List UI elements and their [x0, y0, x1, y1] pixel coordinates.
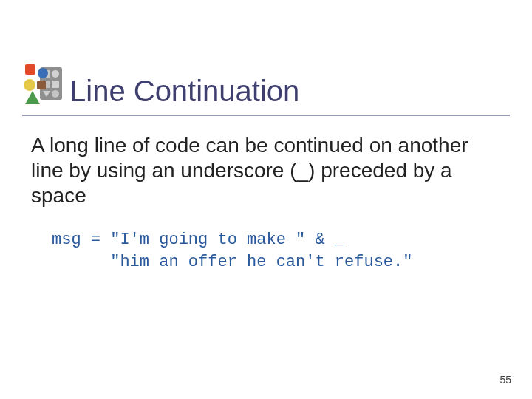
slide-logo-icon	[22, 63, 64, 109]
svg-rect-4	[52, 81, 59, 88]
title-underline	[22, 115, 510, 116]
svg-point-9	[24, 79, 35, 91]
svg-point-6	[52, 90, 59, 98]
svg-point-8	[38, 68, 48, 78]
slide: Line Continuation A long line of code ca…	[0, 0, 532, 399]
code-example: msg = "I'm going to make " & _ "him an o…	[52, 229, 510, 273]
page-number: 55	[499, 374, 511, 386]
body-paragraph: A long line of code can be continued on …	[31, 133, 495, 208]
svg-rect-11	[37, 81, 46, 89]
header: Line Continuation	[22, 63, 510, 109]
slide-title: Line Continuation	[69, 75, 299, 109]
svg-marker-10	[25, 91, 40, 104]
svg-rect-7	[25, 64, 35, 75]
svg-point-2	[52, 70, 59, 78]
